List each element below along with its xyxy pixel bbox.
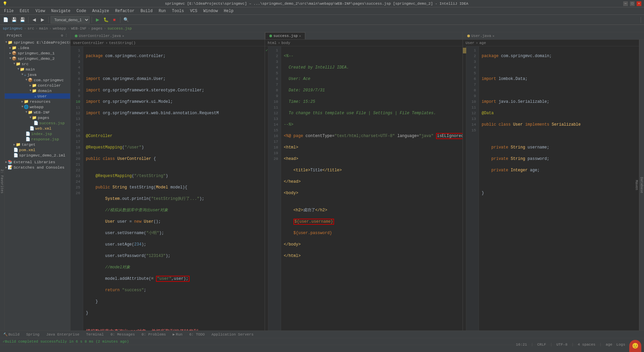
close-button[interactable]: ✕ (637, 1, 641, 6)
tree-item-pomxml[interactable]: 📄 pom.xml (5, 147, 70, 152)
tree-item-indexjsp[interactable]: 📄 index.jsp (5, 131, 70, 136)
editor-content-middle[interactable]: ✓ 12345 678910 1112131415 1617181920 <%-… (265, 46, 463, 331)
code-area-middle[interactable]: <%-- Created by IntelliJ IDEA. User: Ace… (281, 46, 463, 331)
tree-item-comspringmvc[interactable]: ▼ 📦 com.springmvc (5, 77, 70, 83)
tab-label: User.java (471, 34, 491, 38)
menu-item-edit[interactable]: Edit (17, 8, 32, 14)
sidebar-database[interactable]: Database (639, 174, 644, 196)
back-button[interactable]: ◀ (31, 16, 38, 24)
tab-usercontroller[interactable]: UserController.java ✕ (70, 32, 128, 39)
breadcrumb-item[interactable]: webapp (53, 27, 66, 31)
breadcrumb-method[interactable]: testString() (109, 41, 136, 45)
menu-item-window[interactable]: Window (201, 8, 220, 14)
menu-item-analyze[interactable]: Analyze (90, 8, 112, 14)
tree-item-springmvc[interactable]: ▼ 📁 springmvc E:\IdeaProjects\springmvc (5, 40, 70, 45)
tree-item-domain[interactable]: ▼ 📁 domain (5, 88, 70, 93)
tree-item-demo1[interactable]: ▶ 📦 springmvc_demo_1 (5, 50, 70, 56)
menu-item-refactor[interactable]: Refactor (112, 8, 137, 14)
code-area-right[interactable]: package com.springmvc.domain; import lom… (479, 46, 639, 331)
menu-item-build[interactable]: Build (138, 8, 155, 14)
tree-item-user[interactable]: ☕ User (5, 93, 70, 99)
save-button[interactable]: 💾 (10, 16, 18, 24)
breadcrumb-body[interactable]: body (281, 41, 290, 45)
tree-item-external-libs[interactable]: ▶ 📚 External Libraries (5, 159, 70, 165)
line-ending[interactable]: CRLF (537, 343, 546, 352)
tab-close-button[interactable]: ✕ (299, 34, 301, 38)
bottom-tab-build[interactable]: 🔨 Build (2, 332, 21, 337)
breadcrumb-item[interactable]: main (39, 27, 48, 31)
tree-item-controller[interactable]: ▶ 📁 controller (5, 83, 70, 88)
tree-item-idea[interactable]: ▶ 📁 .idea (5, 45, 70, 50)
indent[interactable]: 4 spaces (578, 343, 595, 352)
tree-item-main[interactable]: ▼ 📁 main (5, 67, 70, 72)
tree-item-target[interactable]: ▶ 📁 target (5, 142, 70, 147)
menu-item-code[interactable]: Code (74, 8, 89, 14)
tree-item-responsejsp[interactable]: 📄 response.jsp (5, 136, 70, 142)
tree-item-java[interactable]: ▼ ☕ java (5, 72, 70, 77)
stop-button[interactable]: ■ (111, 16, 118, 24)
run-config-dropdown[interactable]: Tomcat_demo_1 (51, 16, 90, 24)
save-all-button[interactable]: 💾 (19, 16, 26, 24)
bottom-tab-app-servers[interactable]: Application Servers (210, 332, 255, 337)
breadcrumb-html[interactable]: html (268, 41, 276, 45)
tree-item-successjsp[interactable]: 📄 success.jsp (5, 120, 70, 126)
menu-item-file[interactable]: File (1, 8, 16, 14)
search-button[interactable]: 🔍 (122, 16, 130, 24)
tab-successjsp[interactable]: success.jsp ✕ (265, 32, 305, 39)
minimize-button[interactable]: ─ (623, 1, 628, 6)
code-area-left[interactable]: package com.springmvc.controller; import… (83, 46, 265, 331)
menu-item-tools[interactable]: Tools (169, 8, 187, 14)
breadcrumb-age-field[interactable]: age (479, 41, 486, 45)
sidebar-maven[interactable]: Maven (634, 177, 639, 193)
bottom-tab-todo[interactable]: 6: TODO (188, 332, 206, 337)
tab-close-button[interactable]: ✕ (122, 34, 124, 38)
bottom-tab-spring[interactable]: Spring (25, 332, 41, 337)
bottom-tab-label: Application Servers (211, 333, 253, 337)
tab-userjava[interactable]: User.java ✕ (463, 32, 499, 39)
tree-item-src[interactable]: ▼ 📁 src (5, 61, 70, 67)
breadcrumb-item[interactable]: src (28, 27, 34, 31)
bottom-tab-terminal[interactable]: Terminal (85, 332, 105, 337)
sidebar-item-favorites[interactable]: 2: Favorites (0, 167, 4, 196)
menu-item-view[interactable]: View (33, 8, 48, 14)
breadcrumb-item[interactable]: pages (92, 27, 103, 31)
maximize-button[interactable]: □ (630, 1, 635, 6)
breadcrumb-item[interactable]: springmvc (3, 27, 22, 31)
tree-item-iml[interactable]: 📄 springmvc_demo_2.iml (5, 152, 70, 158)
editor-content-left[interactable]: 12345 6789 10 1112131415 1617181920 2122… (70, 46, 265, 331)
settings-icon[interactable]: ⋮ (64, 33, 68, 38)
breadcrumb-class[interactable]: UserController (73, 41, 104, 45)
tree-item-resources[interactable]: ▶ 📁 resources (5, 99, 70, 104)
tab-close-button[interactable]: ✕ (492, 34, 494, 38)
menu-item-run[interactable]: Run (156, 8, 169, 14)
gear-icon[interactable]: ⚙ (61, 33, 63, 38)
breadcrumb: springmvc › src › main › webapp › WEB-IN… (0, 25, 644, 32)
tree-item-scratches[interactable]: ▶ 📝 Scratches and Consoles (5, 165, 70, 170)
status-right: 16:21 | CRLF | UTF-8 | 4 spaces | age Lo… (516, 343, 641, 352)
menu-item-navigate[interactable]: Navigate (48, 8, 73, 14)
logs-label[interactable]: Logs (616, 343, 625, 352)
editor-content-right[interactable]: 12345 678910 1112131415 package com.spri… (463, 46, 639, 331)
bottom-tab-problems[interactable]: 0: Problems (140, 332, 167, 337)
tree-item-pages[interactable]: ▼ 📁 pages (5, 115, 70, 120)
breadcrumb-user-class[interactable]: User (466, 41, 474, 45)
debug-button[interactable]: 🐛 (102, 16, 110, 24)
tree-item-webinf[interactable]: ▼ 📁 WEB-INF (5, 109, 70, 115)
breadcrumb-item[interactable]: WEB-INF (71, 27, 87, 31)
project-tree: ▼ 📁 springmvc E:\IdeaProjects\springmvc … (5, 39, 70, 331)
tree-item-webxml[interactable]: 📄 web.xml (5, 126, 70, 131)
encoding[interactable]: UTF-8 (556, 343, 568, 352)
forward-button[interactable]: ▶ (39, 16, 46, 24)
build-button[interactable]: ▶ (94, 16, 101, 24)
menu-item-vcs[interactable]: VCS (187, 8, 200, 14)
new-file-button[interactable]: 📄 (2, 16, 9, 24)
tab-indicator (467, 35, 470, 37)
tree-item-demo2[interactable]: ▼ 📦 springmvc_demo_2 (5, 56, 70, 61)
bottom-tab-run[interactable]: ▶ Run (171, 332, 184, 337)
tree-item-webapp[interactable]: ▼ 🌐 webapp (5, 104, 70, 109)
menu-item-help[interactable]: Help (221, 8, 236, 14)
bottom-tab-javaee[interactable]: Java Enterprise (45, 332, 81, 337)
breadcrumb-item[interactable]: success.jsp (107, 27, 132, 31)
bottom-tab-messages[interactable]: 0: Messages (109, 332, 136, 337)
editor-pane-right: User › age 12345 678910 1112131415 packa… (463, 40, 639, 331)
